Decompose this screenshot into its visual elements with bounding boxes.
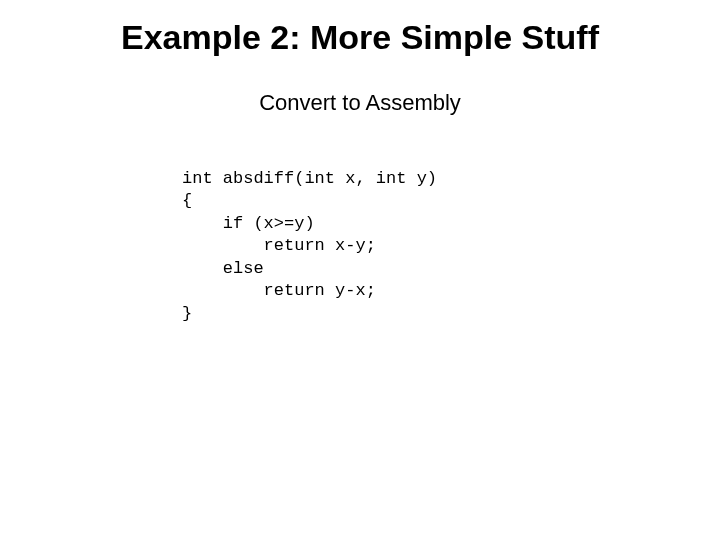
code-line: if (x>=y) <box>182 214 315 233</box>
slide: Example 2: More Simple Stuff Convert to … <box>0 0 720 540</box>
code-line: return x-y; <box>182 236 376 255</box>
slide-title: Example 2: More Simple Stuff <box>0 18 720 57</box>
code-line: { <box>182 191 192 210</box>
code-line: int absdiff(int x, int y) <box>182 169 437 188</box>
code-line: else <box>182 259 264 278</box>
code-line: } <box>182 304 192 323</box>
slide-subtitle: Convert to Assembly <box>0 90 720 116</box>
code-line: return y-x; <box>182 281 376 300</box>
code-block: int absdiff(int x, int y) { if (x>=y) re… <box>182 168 437 325</box>
